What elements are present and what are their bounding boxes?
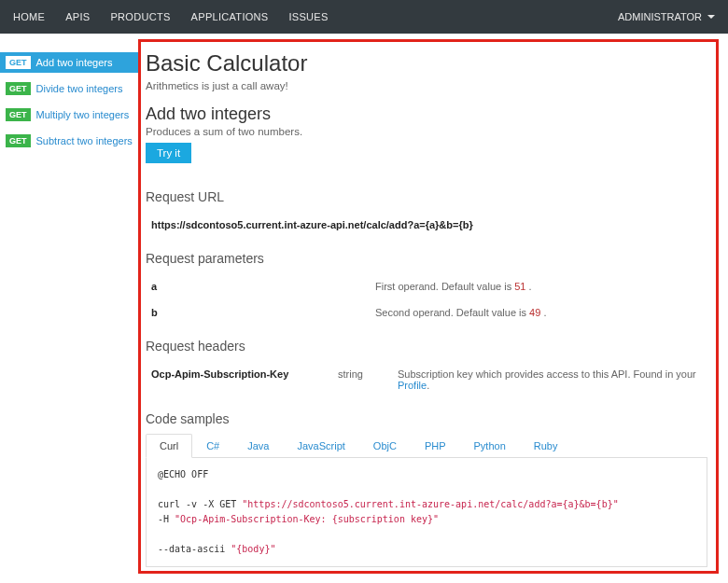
tab-ruby[interactable]: Ruby <box>520 434 572 457</box>
code-line: curl -v -X GET <box>158 499 242 509</box>
param-desc-text: First operand. Default value is <box>375 281 514 292</box>
method-badge: GET <box>6 56 31 69</box>
sidebar-item-multiply[interactable]: GET Multiply two integers <box>0 104 138 125</box>
nav-applications[interactable]: APPLICATIONS <box>191 11 269 22</box>
code-line: -H <box>158 514 175 524</box>
operation-title: Add two integers <box>146 104 707 124</box>
top-nav: HOME APIS PRODUCTS APPLICATIONS ISSUES A… <box>0 0 728 34</box>
method-badge: GET <box>6 134 31 147</box>
code-string: "Ocp-Apim-Subscription-Key: {subscriptio… <box>175 514 439 524</box>
user-label: ADMINISTRATOR <box>618 11 702 22</box>
nav-issues[interactable]: ISSUES <box>288 11 328 22</box>
period: . <box>427 380 429 391</box>
param-default: 49 <box>529 307 540 318</box>
period: . <box>540 307 546 318</box>
try-it-button[interactable]: Try it <box>146 143 191 163</box>
sidebar-item-divide[interactable]: GET Divide two integers <box>0 78 138 99</box>
tab-php[interactable]: PHP <box>411 434 460 457</box>
tab-java[interactable]: Java <box>233 434 283 457</box>
param-name: b <box>151 307 375 318</box>
content: Basic Calculator Arithmetics is just a c… <box>138 34 728 583</box>
code-string: "https://sdcontoso5.current.int-azure-ap… <box>242 499 618 509</box>
sidebar-item-subtract[interactable]: GET Subtract two integers <box>0 131 138 151</box>
code-tabs: Curl C# Java JavaScript ObjC PHP Python … <box>146 434 707 458</box>
tab-csharp[interactable]: C# <box>192 434 233 457</box>
caret-down-icon <box>707 15 715 19</box>
user-menu[interactable]: ADMINISTRATOR <box>618 11 715 22</box>
nav-apis[interactable]: APIS <box>65 11 90 22</box>
nav-home[interactable]: HOME <box>13 11 45 22</box>
param-name: a <box>151 281 375 292</box>
period: . <box>525 281 531 292</box>
header-name: Ocp-Apim-Subscription-Key <box>151 368 338 391</box>
request-url-value: https://sdcontoso5.current.int-azure-api… <box>146 212 707 238</box>
param-desc: Second operand. Default value is 49 . <box>375 307 702 318</box>
section-request-params: Request parameters <box>146 251 707 266</box>
nav-products[interactable]: PRODUCTS <box>110 11 170 22</box>
section-code-samples: Code samples <box>146 411 707 426</box>
param-desc: First operand. Default value is 51 . <box>375 281 702 292</box>
top-nav-left: HOME APIS PRODUCTS APPLICATIONS ISSUES <box>13 11 329 22</box>
tab-javascript[interactable]: JavaScript <box>283 434 358 457</box>
code-line: --data-ascii <box>158 544 231 554</box>
sidebar: GET Add two integers GET Divide two inte… <box>0 34 138 583</box>
section-request-url: Request URL <box>146 189 707 204</box>
body: GET Add two integers GET Divide two inte… <box>0 34 728 583</box>
tab-objc[interactable]: ObjC <box>359 434 411 457</box>
code-string: "{body}" <box>231 544 275 554</box>
profile-link[interactable]: Profile <box>398 380 427 391</box>
operation-desc: Produces a sum of two numbers. <box>146 126 707 137</box>
header-desc: Subscription key which provides access t… <box>398 368 702 391</box>
page-tagline: Arithmetics is just a call away! <box>146 80 707 91</box>
sidebar-item-label: Subtract two integers <box>36 135 133 146</box>
param-row-b: b Second operand. Default value is 49 . <box>146 299 707 326</box>
param-row-a: a First operand. Default value is 51 . <box>146 273 707 299</box>
method-badge: GET <box>6 108 31 121</box>
sidebar-item-label: Add two integers <box>36 57 113 68</box>
header-row: Ocp-Apim-Subscription-Key string Subscri… <box>146 361 707 398</box>
tab-python[interactable]: Python <box>460 434 520 457</box>
header-desc-text: Subscription key which provides access t… <box>398 368 696 380</box>
tab-curl[interactable]: Curl <box>146 434 192 458</box>
method-badge: GET <box>6 82 31 95</box>
page-title: Basic Calculator <box>146 50 707 76</box>
header-type: string <box>338 368 398 391</box>
code-sample: @ECHO OFF curl -v -X GET "https://sdcont… <box>146 458 707 567</box>
param-desc-text: Second operand. Default value is <box>375 307 529 318</box>
sidebar-item-add[interactable]: GET Add two integers <box>0 52 138 73</box>
code-line: @ECHO OFF <box>158 469 208 479</box>
main: Basic Calculator Arithmetics is just a c… <box>138 34 728 583</box>
section-request-headers: Request headers <box>146 339 707 354</box>
param-default: 51 <box>514 281 525 292</box>
sidebar-item-label: Multiply two integers <box>36 109 130 120</box>
sidebar-item-label: Divide two integers <box>36 83 123 94</box>
